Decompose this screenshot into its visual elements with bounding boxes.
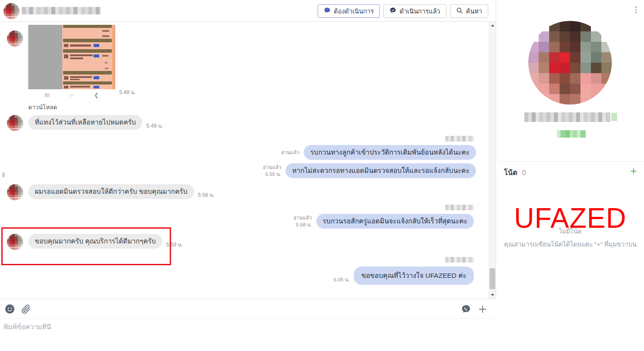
message-row: ที่แทงไว้ส่วนที่เหลือหายไปหมดครับ 5.49 น… bbox=[7, 115, 163, 131]
highlight-annotation-box bbox=[1, 227, 171, 265]
pending-action-label: ต้องดำเนินการ bbox=[334, 6, 374, 16]
download-link[interactable]: ดาวน์โหลด bbox=[28, 102, 57, 112]
note-title: โน้ต bbox=[504, 167, 517, 178]
admin-name-redacted bbox=[445, 205, 474, 210]
done-action-button[interactable]: ดำเนินการแล้ว bbox=[383, 4, 446, 18]
message-time: 5.48 น. bbox=[119, 88, 136, 96]
read-receipt: อ่านแล้ว bbox=[293, 214, 312, 221]
done-action-label: ดำเนินการแล้ว bbox=[399, 6, 440, 16]
message-time: 5.49 น. bbox=[146, 122, 163, 130]
scroll-up-icon[interactable] bbox=[491, 24, 494, 27]
admin-name-redacted bbox=[445, 136, 474, 142]
kebab-menu-icon[interactable] bbox=[635, 7, 637, 13]
profile-name-tag-redacted bbox=[611, 113, 617, 121]
chat-message-list[interactable]: ☰ ○ ❮ 5.48 น. ดาวน์โหลด ที่แทงไว้ส่วนที่… bbox=[0, 22, 489, 299]
image-attachment[interactable]: ☰ ○ ❮ bbox=[28, 25, 115, 101]
read-receipt-time: อ่านแล้ว 5.58 น. bbox=[293, 214, 312, 228]
message-row: อ่านแล้ว รบกวนทางลูกค้าเข้าประวัติการเดิ… bbox=[281, 145, 476, 160]
home-icon: ○ bbox=[70, 92, 74, 98]
pending-action-button[interactable]: ต้องดำเนินการ bbox=[318, 4, 380, 18]
composer-input-area bbox=[0, 319, 496, 351]
message-time: 6.05 น. bbox=[334, 276, 350, 283]
attachment-thumbnail bbox=[28, 25, 115, 89]
message-time: 5.55 น. bbox=[263, 171, 281, 178]
profile-badge-redacted bbox=[557, 130, 586, 138]
read-receipt: อ่านแล้ว bbox=[281, 149, 299, 156]
customer-avatar[interactable] bbox=[3, 3, 20, 19]
message-row: ผมรอแอดมินตรวจสอบให้ดีกว่าครับ ขอบคุณมาก… bbox=[7, 184, 215, 200]
message-bubble[interactable]: รบกวนรอสักครู่แอดมินจะแจ้งกลับให้เร็วที่… bbox=[316, 214, 474, 229]
paperclip-icon[interactable] bbox=[21, 304, 31, 314]
emoji-icon[interactable] bbox=[5, 304, 15, 314]
message-input[interactable] bbox=[3, 323, 482, 331]
read-receipt-time: อ่านแล้ว 5.55 น. bbox=[263, 164, 281, 178]
line-oa-chat-app: ต้องดำเนินการ ดำเนินการแล้ว ค้นหา bbox=[0, 0, 644, 351]
android-nav-bar: ☰ ○ ❮ bbox=[28, 89, 115, 101]
message-bubble[interactable]: รบกวนทางลูกค้าเข้าประวัติการเดิมพันย้อนห… bbox=[304, 145, 476, 160]
message-time: 5.56 น. bbox=[198, 191, 215, 199]
composer-toolbar bbox=[0, 299, 496, 319]
message-row-image: ☰ ○ ❮ 5.48 น. bbox=[7, 25, 136, 101]
scrollbar-thumb[interactable] bbox=[490, 268, 495, 289]
message-bubble[interactable]: หากไม่สะดวกรอทางแอดมินตรวจสอบให้และรอแจ้… bbox=[285, 163, 476, 178]
scroll-down-icon[interactable] bbox=[491, 294, 494, 296]
message-row: อ่านแล้ว 5.55 น. หากไม่สะดวกรอทางแอดมินต… bbox=[263, 163, 476, 178]
message-bubble[interactable]: ขอขอบคุณที่ไว้วางใจ UFAZEED ค่ะ bbox=[354, 267, 474, 285]
sidebar-divider bbox=[496, 161, 644, 162]
plus-icon[interactable] bbox=[478, 304, 487, 314]
read-receipt: อ่านแล้ว bbox=[263, 164, 281, 171]
profile-avatar-pixels bbox=[528, 21, 612, 105]
message-bubble[interactable]: ผมรอแอดมินตรวจสอบให้ดีกว่าครับ ขอบคุณมาก… bbox=[28, 184, 194, 199]
message-row: อ่านแล้ว 5.58 น. รบกวนรอสักครู่แอดมินจะแ… bbox=[293, 214, 474, 229]
message-row: 6.05 น. ขอขอบคุณที่ไว้วางใจ UFAZEED ค่ะ bbox=[334, 267, 474, 285]
add-note-button[interactable] bbox=[630, 167, 637, 175]
recent-apps-icon: ☰ bbox=[44, 93, 50, 97]
chat-panel: ต้องดำเนินการ ดำเนินการแล้ว ค้นหา bbox=[0, 0, 496, 351]
search-label: ค้นหา bbox=[466, 6, 482, 16]
customer-name-redacted bbox=[22, 7, 101, 14]
profile-avatar[interactable] bbox=[528, 21, 612, 105]
avatar[interactable] bbox=[7, 115, 23, 131]
search-icon bbox=[456, 7, 463, 15]
message-time: 5.58 น. bbox=[293, 221, 312, 228]
chat-bubble-icon bbox=[324, 7, 331, 15]
admin-name-redacted bbox=[445, 257, 474, 263]
chat-scrollbar[interactable] bbox=[489, 22, 496, 299]
note-section-header: โน้ต 0 bbox=[504, 167, 526, 178]
note-count: 0 bbox=[522, 169, 526, 177]
chat-header: ต้องดำเนินการ ดำเนินการแล้ว ค้นหา bbox=[0, 0, 496, 22]
note-empty-hint: คุณสามารถเขียนโน้ตได้โดยแตะ "+" ที่มุมขว… bbox=[496, 239, 644, 249]
back-icon: ❮ bbox=[94, 92, 99, 98]
search-button[interactable]: ค้นหา bbox=[450, 4, 488, 18]
watermark-text: UFAZED bbox=[496, 203, 644, 233]
drag-handle-icon[interactable]: ‖ bbox=[2, 171, 5, 179]
avatar[interactable] bbox=[7, 30, 23, 47]
profile-sidebar: โน้ต 0 UFAZED ไม่มีโน้ต คุณสามารถเขียนโน… bbox=[496, 0, 644, 351]
chat-call-icon[interactable] bbox=[461, 304, 471, 314]
header-button-group: ต้องดำเนินการ ดำเนินการแล้ว ค้นหา bbox=[318, 4, 488, 18]
check-bubble-icon bbox=[389, 7, 396, 15]
profile-name-redacted bbox=[524, 112, 610, 122]
avatar[interactable] bbox=[7, 184, 23, 200]
message-bubble[interactable]: ที่แทงไว้ส่วนที่เหลือหายไปหมดครับ bbox=[28, 115, 142, 130]
